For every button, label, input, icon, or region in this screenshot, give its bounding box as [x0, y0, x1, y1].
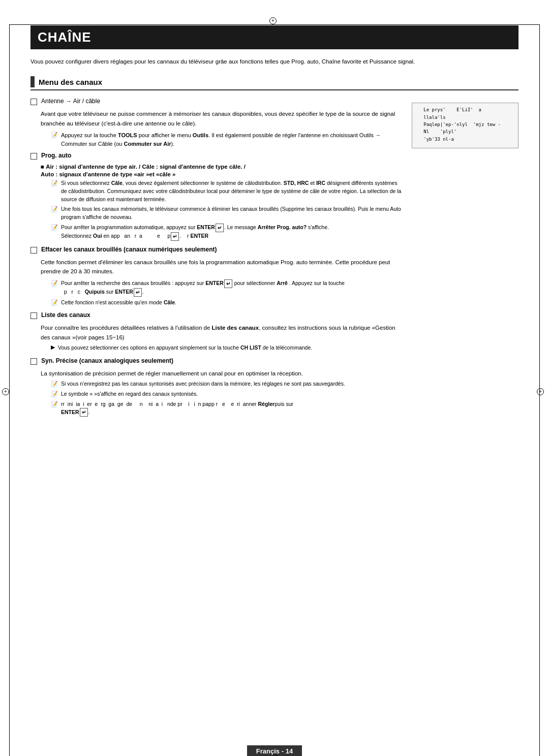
- memo-icon-antenna: 📝: [51, 132, 58, 138]
- reg-mark-top: [269, 17, 280, 27]
- tools-bold: TOOLS: [118, 132, 137, 138]
- checkbox-icon-syn: [30, 358, 37, 365]
- antenna-note1: 📝 Appuyez sur la touche TOOLS pour affic…: [51, 131, 402, 148]
- syn-note2: 📝 Le symbole « »s'affiche en regard des …: [51, 390, 402, 398]
- effacer-body: Cette fonction permet d'éliminer les can…: [41, 258, 402, 276]
- prog-sub2: Auto : signaux d'antenne de type «air »e…: [41, 171, 402, 177]
- screen-line-5: 'yb'33 nl-a: [415, 136, 515, 143]
- effacer-note1: 📝 Pour arrêter la recherche des canaux b…: [51, 279, 402, 297]
- checkbox-icon-prog: [30, 153, 37, 160]
- screen-line-3: Paqlep|'ep-'nlyl 'mjz tew -: [415, 121, 515, 128]
- liste-body: Pour connaître les procédures détaillées…: [41, 323, 402, 342]
- antenna-label: Antenne → Air / câble: [41, 98, 100, 105]
- antenna-item: Antenne → Air / câble: [30, 98, 402, 105]
- prog-note1: 📝 Si vous sélectionnez Câle, vous devez …: [51, 179, 402, 203]
- syn-label: Syn. Précise (canaux analogiques seuleme…: [41, 357, 173, 364]
- main-text: Antenne → Air / câble Avant que votre té…: [30, 98, 402, 421]
- prog-note1-text: Si vous sélectionnez Câle, vous devez ég…: [61, 179, 402, 203]
- section-header-menu-canaux: Menu des canaux: [30, 76, 518, 90]
- checkbox-icon-effacer: [30, 247, 37, 254]
- memo-icon-syn2: 📝: [51, 391, 58, 397]
- prog-note2: 📝 Une fois tous les canaux mémorisés, le…: [51, 205, 402, 222]
- syn-body: La syntonisation de précision permet de …: [41, 369, 402, 378]
- checkbox-icon-liste: [30, 312, 37, 319]
- effacer-note1-text: Pour arrêter la recherche des canaux bro…: [61, 279, 345, 297]
- section-header-bar: [30, 76, 35, 87]
- reg-mark-right: [537, 388, 547, 398]
- intro-text: Vous pouvez configurer divers réglages p…: [30, 57, 518, 66]
- screen-line-4: Nl 'plyl': [415, 128, 515, 135]
- page-title: CHAÎNE: [38, 29, 511, 45]
- prog-auto-label: Prog. auto: [41, 152, 71, 159]
- bottom-reg-circle: [271, 754, 278, 756]
- effacer-label: Effacer les canaux brouillés (canaux num…: [41, 246, 217, 253]
- liste-note-text: Vous pouvez sélectionner ces options en …: [58, 344, 312, 352]
- memo-icon-eff2: 📝: [51, 299, 58, 306]
- memo-icon-prog2: 📝: [51, 206, 58, 212]
- syn-item: Syn. Précise (canaux analogiques seuleme…: [30, 357, 402, 365]
- antenna-body-block: Avant que votre téléviseur ne puisse com…: [41, 109, 402, 148]
- memo-icon-eff1: 📝: [51, 280, 58, 287]
- screen-box: Le prys' E'LiI' a llala'ls Paqlep|'ep-'n…: [412, 103, 518, 148]
- antenna-note1-text: Appuyez sur la touche TOOLS pour affiche…: [61, 131, 402, 148]
- liste-item: Liste des canaux: [30, 311, 402, 319]
- syn-note1-text: Si vous n'enregistrez pas les canaux syn…: [61, 380, 345, 388]
- memo-icon-syn1: 📝: [51, 381, 58, 387]
- memo-icon-syn3: 📝: [51, 401, 58, 407]
- prog-sub1-text: Air : signal d'antenne de type air. / Câ…: [46, 164, 246, 170]
- content-area: CHAÎNE Vous pouvez configurer divers rég…: [30, 15, 518, 421]
- effacer-note2-text: Cette fonction n'est accessible qu'en mo…: [61, 299, 176, 307]
- liste-note: ▶ Vous pouvez sélectionner ces options e…: [51, 344, 402, 352]
- section-title-menu-canaux: Menu des canaux: [39, 78, 102, 86]
- prog-note2-text: Une fois tous les canaux mémorisés, le t…: [61, 205, 402, 222]
- sidebar-image-block: Le prys' E'LiI' a llala'ls Paqlep|'ep-'n…: [412, 103, 518, 421]
- checkbox-icon-antenna: [30, 99, 37, 105]
- syn-note3-text: rr ini ia i er e rg ga ge de n ni a i nd…: [61, 400, 293, 417]
- reg-mark-left: [2, 388, 12, 398]
- prog-auto-block: ■ Air : signal d'antenne de type air. / …: [41, 164, 402, 241]
- page: CHAÎNE Vous pouvez configurer divers rég…: [0, 15, 549, 756]
- effacer-block: Cette fonction permet d'éliminer les can…: [41, 258, 402, 307]
- page-title-block: CHAÎNE: [30, 25, 518, 49]
- effacer-item: Effacer les canaux brouillés (canaux num…: [30, 246, 402, 254]
- antenna-body: Avant que votre téléviseur ne puisse com…: [41, 109, 402, 128]
- air-bold: Commuter sur Air: [124, 141, 171, 147]
- prog-sub2-text: Auto : signaux d'antenne de type «air »e…: [41, 171, 175, 177]
- syn-note1: 📝 Si vous n'enregistrez pas les canaux s…: [51, 380, 402, 388]
- liste-label: Liste des canaux: [41, 311, 90, 319]
- effacer-note2: 📝 Cette fonction n'est accessible qu'en …: [51, 299, 402, 307]
- screen-line-1: Le prys' E'LiI' a: [415, 106, 515, 113]
- memo-icon-prog1: 📝: [51, 180, 58, 186]
- screen-line-2: llala'ls: [415, 114, 515, 121]
- liste-block: Pour connaître les procédures détaillées…: [41, 323, 402, 352]
- prog-sub1: ■ Air : signal d'antenne de type air. / …: [41, 164, 402, 170]
- main-layout: Antenne → Air / câble Avant que votre té…: [30, 98, 518, 421]
- prog-note3: 📝 Pour arrêter la programmation automati…: [51, 224, 402, 241]
- prog-note3-text: Pour arrêter la programmation automatiqu…: [61, 224, 329, 241]
- outils-bold: Outils: [193, 132, 208, 138]
- prog-auto-item: Prog. auto: [30, 152, 402, 160]
- syn-note2-text: Le symbole « »s'affiche en regard des ca…: [61, 390, 198, 398]
- memo-icon-prog3: 📝: [51, 224, 58, 231]
- arrow-icon-liste: ▶: [51, 344, 55, 351]
- syn-block: La syntonisation de précision permet de …: [41, 369, 402, 417]
- syn-note3: 📝 rr ini ia i er e rg ga ge de n ni a i …: [51, 400, 402, 417]
